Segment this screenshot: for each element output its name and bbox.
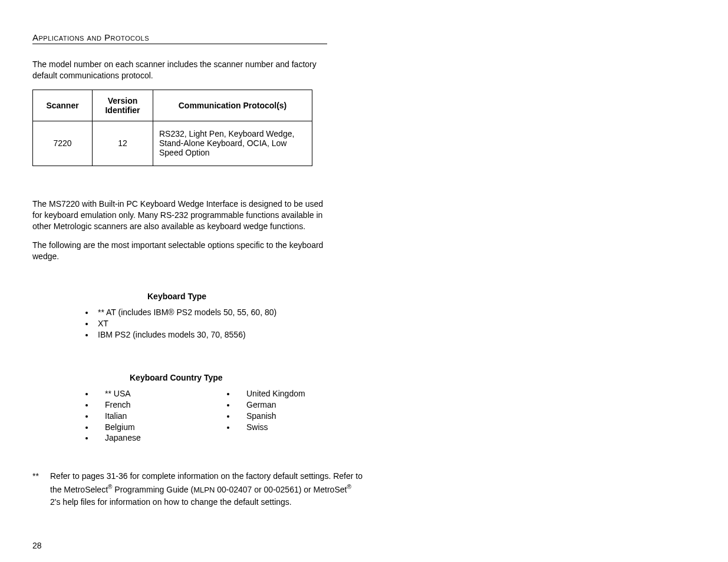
- section-title: Applications and Protocols: [32, 32, 327, 44]
- list-item: German: [236, 399, 354, 411]
- reg-mark-2: ®: [347, 484, 351, 490]
- paragraph-2: The following are the most important sel…: [32, 240, 327, 262]
- country-list-col2: United Kingdom German Spanish Swiss: [224, 388, 354, 433]
- footnote-text: Refer to pages 31-36 for complete inform…: [50, 470, 363, 508]
- footnote-part: 00-02407 or 00-02561) or MetroSet: [215, 485, 347, 494]
- page-number: 28: [32, 541, 693, 550]
- intro-paragraph: The model number on each scanner include…: [32, 59, 327, 81]
- list-item: XT: [94, 318, 693, 329]
- keyboard-country-columns: ** USA French Italian Belgium Japanese U…: [83, 388, 693, 444]
- keyboard-country-heading: Keyboard Country Type: [130, 373, 693, 382]
- section-title-text: Applications and Protocols: [32, 32, 149, 42]
- paragraph-1-text: The MS7220 with Built-in PC Keyboard Wed…: [32, 199, 323, 231]
- intro-text: The model number on each scanner include…: [32, 59, 317, 80]
- country-list-col1: ** USA French Italian Belgium Japanese: [83, 388, 224, 444]
- th-scanner: Scanner: [33, 90, 93, 121]
- table-header-row: Scanner Version Identifier Communication…: [33, 90, 312, 121]
- list-item: Swiss: [236, 422, 354, 433]
- list-item: Belgium: [94, 422, 224, 433]
- list-item: IBM PS2 (includes models 30, 70, 8556): [94, 329, 693, 340]
- td-protocols: RS232, Light Pen, Keyboard Wedge, Stand-…: [153, 121, 312, 166]
- footnote-mlpn: MLPN: [193, 485, 215, 494]
- list-item: Spanish: [236, 411, 354, 422]
- td-scanner: 7220: [33, 121, 93, 166]
- th-version: Version Identifier: [93, 90, 153, 121]
- table-row: 7220 12 RS232, Light Pen, Keyboard Wedge…: [33, 121, 312, 166]
- keyboard-type-list: ** AT (includes IBM® PS2 models 50, 55, …: [83, 307, 693, 340]
- td-version: 12: [93, 121, 153, 166]
- footnote-part: 2's help files for information on how to…: [50, 497, 292, 507]
- list-item: ** USA: [94, 388, 224, 399]
- footnote-marker: **: [32, 470, 50, 508]
- protocol-table: Scanner Version Identifier Communication…: [32, 90, 312, 166]
- list-item: ** AT (includes IBM® PS2 models 50, 55, …: [94, 307, 693, 318]
- footnote-part: Programming Guide (: [112, 485, 193, 494]
- list-item: United Kingdom: [236, 388, 354, 399]
- list-item: Japanese: [94, 432, 224, 444]
- paragraph-2-text: The following are the most important sel…: [32, 240, 323, 261]
- list-item: Italian: [94, 411, 224, 422]
- keyboard-type-heading: Keyboard Type: [147, 292, 693, 301]
- th-protocols: Communication Protocol(s): [153, 90, 312, 121]
- list-item: French: [94, 399, 224, 411]
- footnote: ** Refer to pages 31-36 for complete inf…: [32, 470, 363, 508]
- paragraph-1: The MS7220 with Built-in PC Keyboard Wed…: [32, 199, 327, 232]
